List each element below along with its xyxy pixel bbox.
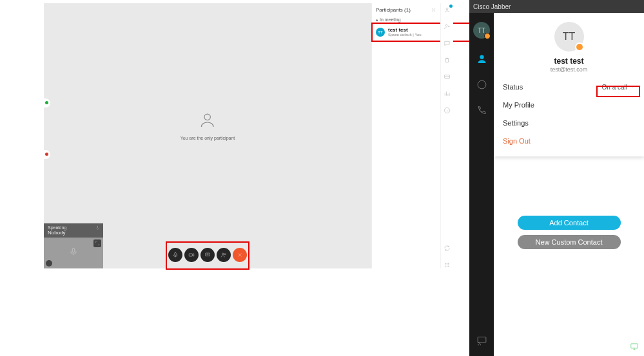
settings-label: Settings bbox=[503, 119, 529, 127]
svg-point-13 bbox=[448, 263, 449, 263]
dialpad-icon[interactable] bbox=[444, 261, 451, 268]
side-strip bbox=[440, 3, 453, 268]
popover-name: test test bbox=[494, 57, 644, 66]
self-view-dot bbox=[46, 260, 52, 267]
settings-row[interactable]: Settings bbox=[494, 114, 644, 132]
svg-point-5 bbox=[222, 253, 224, 255]
status-label: Status bbox=[503, 83, 523, 91]
self-view bbox=[44, 238, 103, 268]
svg-point-6 bbox=[224, 254, 226, 255]
profile-popover: TT test test test@test.com Status On a c… bbox=[494, 13, 644, 156]
svg-point-14 bbox=[445, 265, 446, 265]
chevron-right-icon bbox=[630, 84, 635, 91]
svg-point-20 bbox=[480, 55, 483, 59]
layout-icon[interactable] bbox=[444, 73, 451, 80]
svg-rect-22 bbox=[478, 337, 486, 342]
jabber-main: TT test test test@test.com Status On a c… bbox=[494, 13, 644, 356]
popover-avatar: TT bbox=[554, 22, 584, 52]
mute-button[interactable] bbox=[168, 248, 182, 262]
participants-title: Participants (1) bbox=[376, 7, 431, 13]
contact-buttons: Add Contact New Custom Contact bbox=[518, 216, 621, 249]
camera-button[interactable] bbox=[184, 248, 199, 262]
info-icon[interactable] bbox=[444, 106, 451, 114]
jabber-title: Cisco Jabber bbox=[469, 0, 644, 13]
calls-icon[interactable] bbox=[476, 104, 487, 116]
svg-point-8 bbox=[445, 24, 447, 26]
svg-point-15 bbox=[447, 265, 447, 265]
svg-rect-3 bbox=[189, 254, 192, 256]
cast-icon[interactable] bbox=[476, 334, 487, 346]
pin-icon[interactable] bbox=[95, 225, 101, 231]
svg-rect-2 bbox=[175, 252, 177, 256]
stats-icon[interactable] bbox=[444, 89, 451, 97]
end-call-button[interactable] bbox=[233, 248, 247, 262]
empty-state-text: You are the only participant bbox=[181, 135, 235, 140]
video-area: You are the only participant Speaking No… bbox=[44, 3, 371, 268]
svg-rect-1 bbox=[72, 248, 75, 252]
status-row[interactable]: Status On a call bbox=[494, 78, 644, 96]
refresh-icon[interactable] bbox=[444, 244, 451, 252]
speaking-box: Speaking Nobody bbox=[44, 223, 103, 268]
status-value: On a call bbox=[602, 84, 627, 91]
participants-section: In meeting bbox=[372, 15, 440, 24]
empty-state: You are the only participant bbox=[181, 111, 235, 140]
svg-point-18 bbox=[447, 266, 447, 267]
signout-label: Sign Out bbox=[503, 137, 531, 145]
svg-point-11 bbox=[445, 263, 446, 263]
popover-email: test@test.com bbox=[494, 66, 644, 73]
chat-icon[interactable] bbox=[444, 39, 451, 47]
jabber-sidebar: TT bbox=[469, 13, 494, 356]
speaking-header: Speaking Nobody bbox=[44, 223, 103, 238]
meeting-controls bbox=[163, 244, 252, 266]
svg-rect-23 bbox=[631, 344, 638, 348]
svg-point-16 bbox=[448, 265, 449, 265]
participant-avatar: TT bbox=[376, 28, 385, 37]
speaking-value: Nobody bbox=[48, 230, 99, 236]
new-custom-contact-button[interactable]: New Custom Contact bbox=[518, 235, 621, 249]
contacts-icon[interactable] bbox=[476, 53, 487, 64]
svg-point-7 bbox=[446, 8, 448, 10]
speaking-label: Speaking bbox=[48, 225, 66, 230]
close-icon[interactable] bbox=[431, 7, 436, 13]
add-contact-button[interactable]: Add Contact bbox=[518, 216, 621, 230]
person-icon bbox=[199, 120, 217, 131]
meeting-window: You are the only participant Speaking No… bbox=[44, 3, 453, 268]
mic-icon bbox=[69, 247, 78, 259]
expand-icon[interactable] bbox=[93, 239, 101, 247]
participant-sub: Space default | You bbox=[388, 33, 422, 37]
sidebar-avatar[interactable]: TT bbox=[473, 22, 490, 39]
svg-point-12 bbox=[447, 263, 447, 263]
svg-point-0 bbox=[204, 114, 210, 120]
participant-row[interactable]: TT test test Space default | You bbox=[372, 24, 440, 39]
participants-button[interactable] bbox=[217, 248, 231, 262]
svg-point-17 bbox=[445, 266, 446, 267]
jabber-window: Cisco Jabber TT TT test test test@test.c… bbox=[469, 0, 644, 356]
profile-label: My Profile bbox=[503, 101, 534, 109]
chats-icon[interactable] bbox=[476, 79, 487, 90]
add-user-icon[interactable] bbox=[444, 23, 451, 30]
participant-name: test test bbox=[388, 27, 422, 33]
signal-bad-icon bbox=[44, 150, 50, 159]
monitor-icon[interactable] bbox=[630, 342, 639, 351]
signout-row[interactable]: Sign Out bbox=[494, 132, 644, 150]
svg-point-21 bbox=[478, 80, 486, 89]
participants-panel: Participants (1) In meeting TT test test… bbox=[371, 3, 440, 268]
participants-icon[interactable] bbox=[444, 6, 451, 14]
profile-row[interactable]: My Profile bbox=[494, 96, 644, 114]
signal-good-icon bbox=[44, 98, 50, 108]
trash-icon[interactable] bbox=[444, 56, 451, 64]
share-button[interactable] bbox=[200, 248, 215, 262]
svg-point-19 bbox=[448, 266, 449, 267]
